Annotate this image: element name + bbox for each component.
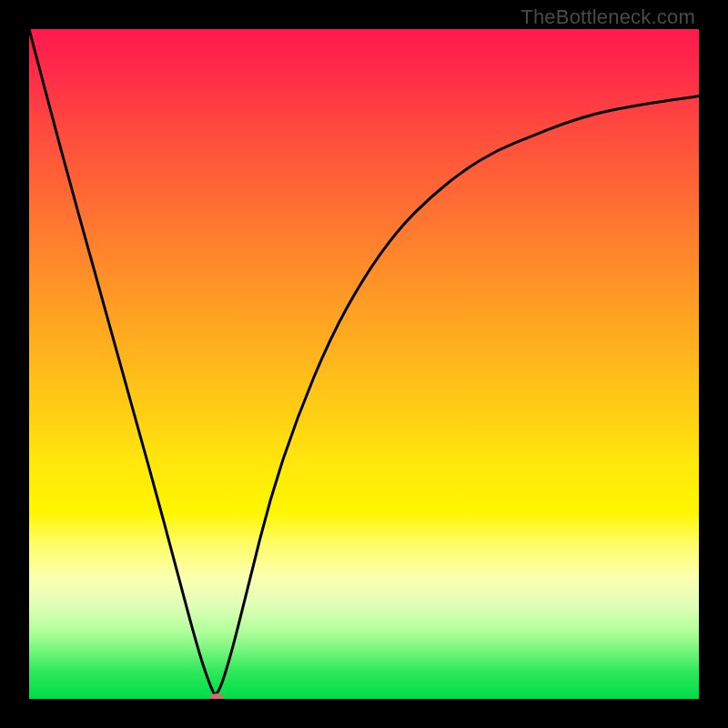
watermark-text: TheBottleneck.com (521, 5, 695, 29)
plot-area (29, 29, 699, 699)
chart-frame: TheBottleneck.com (0, 0, 728, 728)
curve-svg (29, 29, 699, 699)
bottleneck-curve (29, 29, 699, 693)
optimum-marker (209, 693, 224, 699)
